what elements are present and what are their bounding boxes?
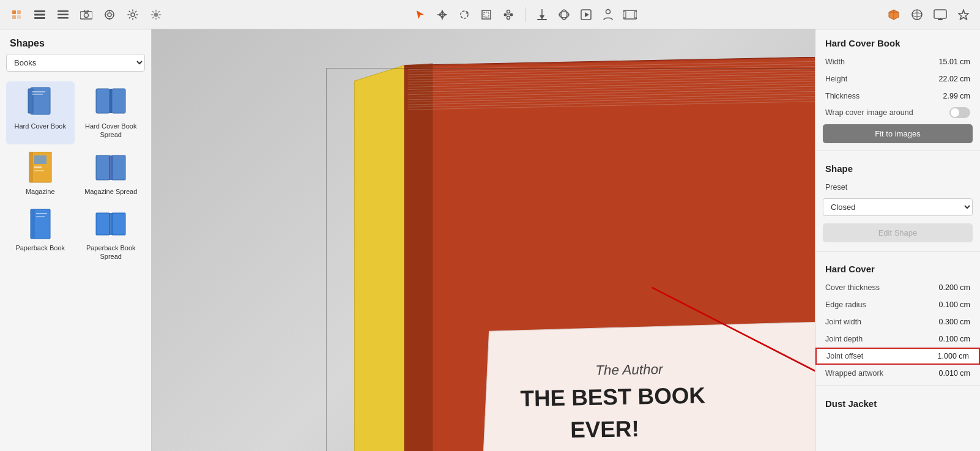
svg-rect-49 xyxy=(32,94,43,95)
preset-select[interactable]: Closed Open Fan xyxy=(823,198,973,216)
shapes-title: Shapes xyxy=(0,29,151,54)
svg-rect-50 xyxy=(96,89,110,113)
paperback-book-spread-icon xyxy=(95,208,127,240)
svg-rect-36 xyxy=(623,12,626,18)
wrapped-artwork-value: 0.010 cm xyxy=(939,369,970,378)
node-tool[interactable] xyxy=(499,6,518,24)
magazine-spread-icon xyxy=(95,152,127,184)
divider-2 xyxy=(815,251,980,252)
wrapped-artwork-row: Wrapped artwork 0.010 cm xyxy=(815,365,980,382)
shape-item-magazine-spread[interactable]: Magazine Spread xyxy=(77,147,146,201)
canvas-area[interactable]: The Author THE BEST BOOK EVER! xyxy=(152,29,815,451)
film-tool[interactable] xyxy=(621,6,639,24)
svg-rect-1 xyxy=(17,10,21,14)
camera-icon[interactable] xyxy=(77,6,95,24)
svg-rect-7 xyxy=(58,10,69,12)
svg-rect-37 xyxy=(634,12,637,18)
svg-rect-51 xyxy=(112,89,125,113)
menu-icon[interactable] xyxy=(54,6,72,24)
svg-rect-29 xyxy=(537,19,547,20)
screen-icon[interactable] xyxy=(931,6,949,24)
scale-tool[interactable] xyxy=(477,6,496,24)
edge-radius-value: 0.100 cm xyxy=(939,300,970,309)
svg-rect-64 xyxy=(36,216,45,217)
svg-point-34 xyxy=(606,9,610,13)
paperback-book-icon xyxy=(24,208,56,240)
sun-icon[interactable] xyxy=(147,6,165,24)
width-label: Width xyxy=(825,58,845,66)
shape-item-hard-cover-book[interactable]: Hard Cover Book xyxy=(6,81,75,144)
svg-rect-48 xyxy=(32,91,45,92)
wrap-row: Wrap cover image around xyxy=(815,105,980,121)
svg-rect-23 xyxy=(484,12,489,17)
height-label: Height xyxy=(825,75,847,83)
hard-cover-book-spread-icon xyxy=(95,86,127,118)
settings-icon[interactable] xyxy=(124,6,142,24)
svg-point-24 xyxy=(503,13,507,16)
place-tool[interactable] xyxy=(533,6,551,24)
thickness-label: Thickness xyxy=(825,92,859,100)
rotate-tool[interactable] xyxy=(455,6,473,24)
svg-point-27 xyxy=(507,16,510,19)
add-icon[interactable] xyxy=(7,6,26,24)
shape-category-select[interactable]: Books Magazines Boxes xyxy=(6,54,145,72)
cover-thickness-label: Cover thickness xyxy=(825,283,880,292)
shapes-grid: Hard Cover Book Hard Cover Book Spread xyxy=(0,78,151,269)
joint-width-label: Joint width xyxy=(825,318,861,326)
preset-label: Preset xyxy=(825,183,847,192)
svg-rect-0 xyxy=(12,10,16,14)
svg-marker-70 xyxy=(355,65,405,451)
wrap-label: Wrap cover image around xyxy=(825,108,949,117)
edit-shape-button: Edit Shape xyxy=(823,223,973,242)
wrap-toggle[interactable] xyxy=(949,107,970,118)
box-icon[interactable] xyxy=(885,6,903,24)
hard-cover-book-icon xyxy=(24,86,56,118)
select-tool[interactable] xyxy=(411,6,429,24)
svg-point-19 xyxy=(131,13,135,17)
width-row: Width 15.01 cm xyxy=(815,53,980,70)
shape-item-magazine[interactable]: Magazine xyxy=(6,147,75,201)
svg-rect-8 xyxy=(58,13,69,15)
svg-rect-6 xyxy=(34,17,45,19)
hard-cover-book-label: Hard Cover Book xyxy=(15,122,66,130)
shape-item-hard-cover-book-spread[interactable]: Hard Cover Book Spread xyxy=(77,81,146,144)
shape-item-paperback-book-spread[interactable]: Paperback Book Spread xyxy=(77,203,146,266)
svg-rect-59 xyxy=(112,155,125,180)
sphere-icon[interactable] xyxy=(908,6,926,24)
joint-offset-row: Joint offset 1.000 cm xyxy=(815,348,980,365)
height-row: Height 22.02 cm xyxy=(815,70,980,88)
target-icon[interactable] xyxy=(100,6,119,24)
grid-icon[interactable] xyxy=(31,6,49,24)
hard-cover-book-spread-label: Hard Cover Book Spread xyxy=(80,122,143,140)
dust-jacket-section-title: Dust Jacket xyxy=(815,390,980,414)
star-icon[interactable] xyxy=(954,6,973,24)
joint-depth-label: Joint depth xyxy=(825,335,863,343)
svg-rect-62 xyxy=(31,209,35,239)
joint-offset-label: Joint offset xyxy=(826,352,863,360)
svg-rect-58 xyxy=(96,155,110,180)
svg-rect-56 xyxy=(34,166,42,168)
fit-to-images-button[interactable]: Fit to images xyxy=(823,124,973,143)
svg-rect-2 xyxy=(12,15,16,19)
svg-point-21 xyxy=(461,11,468,18)
paperback-book-spread-label: Paperback Book Spread xyxy=(80,244,143,261)
move-tool[interactable] xyxy=(433,6,451,24)
shape-item-paperback-book[interactable]: Paperback Book xyxy=(6,203,75,266)
render-tool[interactable] xyxy=(577,6,595,24)
joint-width-value: 0.300 cm xyxy=(939,318,970,326)
svg-rect-52 xyxy=(110,89,112,113)
svg-rect-60 xyxy=(109,155,113,180)
svg-rect-5 xyxy=(34,13,45,15)
person-tool[interactable] xyxy=(599,6,617,24)
book-3d-svg: The Author THE BEST BOOK EVER! xyxy=(170,29,815,451)
preset-select-wrap: Closed Open Fan xyxy=(815,196,980,221)
edge-radius-row: Edge radius 0.100 cm xyxy=(815,296,980,313)
orbit-tool[interactable] xyxy=(555,6,573,24)
thickness-row: Thickness 2.99 cm xyxy=(815,88,980,105)
shape-section-title: Shape xyxy=(815,155,980,179)
svg-rect-67 xyxy=(109,213,113,235)
svg-point-13 xyxy=(105,10,114,19)
svg-rect-55 xyxy=(34,155,46,164)
shape-category-select-wrap: Books Magazines Boxes xyxy=(0,54,151,78)
wrapped-artwork-label: Wrapped artwork xyxy=(825,369,883,378)
